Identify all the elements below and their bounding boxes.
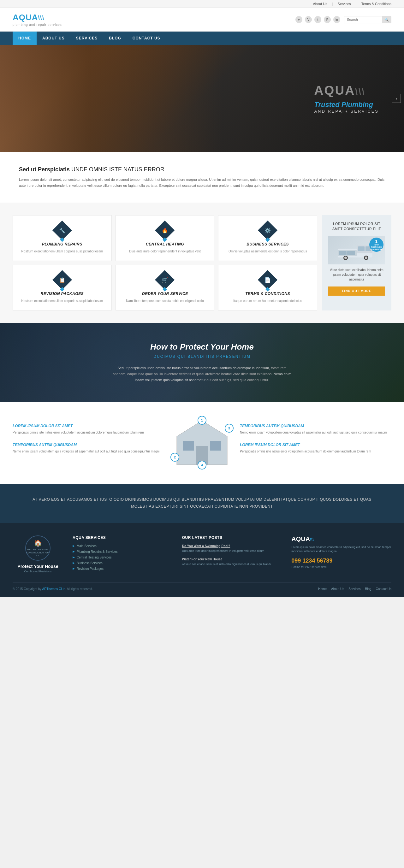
footer-link-business[interactable]: ▶Business Services bbox=[72, 561, 173, 565]
svg-point-7 bbox=[365, 256, 367, 259]
footer-bottom-services[interactable]: Services bbox=[348, 587, 361, 591]
response-badge: 1 HOUR RESPONSE GUARANTEE bbox=[369, 238, 383, 252]
footer-post-1-title[interactable]: Do You Want a Swimming Pool? bbox=[182, 544, 282, 548]
service-title-terms: Terms & Conditions bbox=[223, 291, 312, 296]
hero-title: Trusted Plumbing bbox=[314, 101, 379, 109]
social-vine-icon[interactable]: V bbox=[305, 16, 312, 23]
hero-logo: AQUA\\\ bbox=[314, 83, 379, 97]
top-bar: About Us | Services | Terms & Conditions bbox=[0, 0, 404, 8]
nav-about[interactable]: ABOUT US bbox=[37, 32, 70, 45]
footer-top: 🏠 ISO CERTIFICATION CONSTRUCTION FOR YOU… bbox=[12, 535, 392, 573]
service-card-terms[interactable]: 📄 Terms & Conditions Itaque earum rerum … bbox=[218, 265, 317, 310]
howto-house-diagram: 1 2 3 4 bbox=[170, 417, 234, 468]
header: AQUA\\\ plumbing and repair services v V… bbox=[0, 8, 404, 32]
footer-bottom: © 2015 Copyright by ARThemes Club. All r… bbox=[12, 583, 392, 591]
footer-posts-col: Our Latest Posts Do You Want a Swimming … bbox=[182, 535, 282, 573]
howto-section: Lorem ipsum dolor sit amet Perspiciatis … bbox=[0, 402, 404, 484]
find-out-button[interactable]: FIND OUT MORE bbox=[328, 286, 385, 296]
service-icon-heating: 🔥 bbox=[157, 222, 173, 238]
footer-post-2-title[interactable]: Water For Your New House bbox=[182, 558, 282, 561]
footer-services-title: Aqua Services bbox=[72, 535, 173, 540]
topbar-terms[interactable]: Terms & Conditions bbox=[362, 2, 392, 6]
svg-rect-13 bbox=[183, 441, 194, 451]
footer-hotline: Hotline for 24/7 service time bbox=[291, 565, 392, 568]
service-card-order[interactable]: 🛒 Order Your Service Nam libero tempore,… bbox=[116, 265, 215, 310]
hero-subtitle: AND REPAIR SERVICES bbox=[314, 109, 379, 114]
logo-tagline: plumbing and repair services bbox=[12, 23, 62, 27]
topbar-about[interactable]: About Us bbox=[313, 2, 327, 6]
service-desc-order: Nam libero tempore, cum soluta nobis est… bbox=[121, 299, 209, 303]
hero-next-arrow[interactable]: › bbox=[392, 94, 401, 103]
footer-aqua-col: AQUA\\\ Lorem ipsum dolor sit amet, cons… bbox=[291, 535, 392, 573]
howto-right: Temporibus autem quibusdam Nemo enim ips… bbox=[240, 424, 392, 462]
service-card-business[interactable]: ⚙️ Business Services Omnis voluptas assu… bbox=[218, 215, 317, 261]
social-twitter-icon[interactable]: t bbox=[314, 16, 321, 23]
main-nav: HOME ABOUT US SERVICES BLOG CONTACT US bbox=[0, 32, 404, 45]
footer-bottom-about[interactable]: About Us bbox=[331, 587, 344, 591]
service-title-revision: Revision Packages bbox=[18, 291, 106, 296]
svg-rect-9 bbox=[339, 251, 347, 255]
footer-bottom-home[interactable]: Home bbox=[318, 587, 327, 591]
footer-brand-name: Protect Your House bbox=[12, 564, 63, 569]
footer-bottom-blog[interactable]: Blog bbox=[365, 587, 372, 591]
howto-item-3-desc: Nemo enim ipsam voluptatem quia voluptas… bbox=[240, 430, 392, 435]
howto-item-4-title: Lorem ipsum dolor sit amet bbox=[240, 443, 392, 447]
footer-post-1-desc: Duis aute irure dolor in reprehenderit i… bbox=[182, 549, 282, 553]
footer-phone: 099 1234 56789 bbox=[291, 558, 392, 564]
footer-link-revision[interactable]: ▶Revision Packages bbox=[72, 567, 173, 570]
house-number-3: 3 bbox=[225, 424, 234, 433]
footer-copyright-link[interactable]: ARThemes Club bbox=[42, 587, 65, 591]
quote-text: AT VERO EOS ET ACCUSAMUS ET IUSTO ODIO D… bbox=[25, 496, 379, 510]
service-card-revision[interactable]: 📋 Revision Packages Nostrum exercitation… bbox=[12, 265, 112, 310]
service-card-plumbing[interactable]: 🔧 Plumbing Repairs Nostrum exercitatione… bbox=[12, 215, 112, 261]
nav-blog[interactable]: BLOG bbox=[103, 32, 127, 45]
footer-link-main[interactable]: ▶Main Services bbox=[72, 544, 173, 548]
search-input[interactable] bbox=[344, 17, 382, 23]
service-card-heating[interactable]: 🔥 Central Heating Duis aute irure dolor … bbox=[116, 215, 215, 261]
topbar-services[interactable]: Services bbox=[338, 2, 351, 6]
social-linkedin-icon[interactable]: in bbox=[333, 16, 340, 23]
howto-item-2: Temporibus autem quibusdam Nemo enim ips… bbox=[12, 443, 164, 454]
howto-left: Lorem ipsum dolor sit amet Perspiciatis … bbox=[12, 424, 164, 462]
protect-title: How to Protect Your Home bbox=[12, 342, 392, 352]
protect-desc: Sed ut perspiciatis unde omnis iste natu… bbox=[111, 365, 293, 383]
quote-section: AT VERO EOS ET ACCUSAMUS ET IUSTO ODIO D… bbox=[0, 484, 404, 523]
header-right: v V t P in 🔍 bbox=[296, 16, 392, 23]
footer-services-col: Aqua Services ▶Main Services ▶Plumbing R… bbox=[72, 535, 173, 573]
logo-area: AQUA\\\ plumbing and repair services bbox=[12, 12, 62, 27]
howto-item-3: Temporibus autem quibusdam Nemo enim ips… bbox=[240, 424, 392, 435]
footer: 🏠 ISO CERTIFICATION CONSTRUCTION FOR YOU… bbox=[0, 523, 404, 597]
footer-bottom-contact[interactable]: Contact Us bbox=[376, 587, 392, 591]
svg-rect-2 bbox=[358, 246, 365, 251]
service-desc-plumbing: Nostrum exercitationem ullam corporis su… bbox=[18, 249, 106, 254]
service-icon-terms: 📄 bbox=[260, 272, 276, 288]
protect-section: How to Protect Your Home DUCIMUS QUI BLA… bbox=[0, 323, 404, 402]
footer-link-plumbing[interactable]: ▶Plumbing Repairs & Services bbox=[72, 550, 173, 553]
services-grid: 🔧 Plumbing Repairs Nostrum exercitatione… bbox=[12, 215, 317, 310]
nav-home[interactable]: HOME bbox=[12, 32, 37, 45]
howto-item-4: Lorem ipsum dolor sit amet Perspiciatis … bbox=[240, 443, 392, 454]
footer-link-heating[interactable]: ▶Central Heating Services bbox=[72, 556, 173, 559]
service-icon-order: 🛒 bbox=[157, 272, 173, 288]
search-button[interactable]: 🔍 bbox=[382, 17, 391, 23]
intro-section: Sed ut Perspiciatis UNDE OMNIS ISTE NATU… bbox=[0, 152, 404, 203]
footer-house-icon: 🏠 bbox=[34, 539, 42, 547]
sidebar-desc: Vitae dicta sunt explicabo. Nemo enim ip… bbox=[328, 268, 385, 282]
van-image: 1 HOUR RESPONSE GUARANTEE bbox=[328, 236, 385, 265]
service-desc-terms: Itaque earum rerum hic tenetur sapiente … bbox=[223, 299, 312, 303]
howto-item-3-title: Temporibus autem quibusdam bbox=[240, 424, 392, 428]
footer-aqua-logo: AQUA\\\ bbox=[291, 535, 392, 543]
house-number-1: 1 bbox=[197, 416, 207, 425]
howto-item-1-desc: Perspiciatis omnis iste natus error volu… bbox=[12, 430, 164, 435]
nav-contact[interactable]: CONTACT US bbox=[127, 32, 166, 45]
service-icon-revision: 📋 bbox=[54, 272, 70, 288]
footer-post-2: Water For Your New House At vero eos et … bbox=[182, 558, 282, 567]
social-pinterest-icon[interactable]: P bbox=[324, 16, 331, 23]
service-title-order: Order Your Service bbox=[121, 291, 209, 296]
howto-item-2-title: Temporibus autem quibusdam bbox=[12, 443, 164, 447]
footer-bottom-links: Home About Us Services Blog Contact Us bbox=[318, 587, 392, 591]
nav-services[interactable]: SERVICES bbox=[70, 32, 103, 45]
social-vimeo-icon[interactable]: v bbox=[296, 16, 302, 23]
footer-logo-col: 🏠 ISO CERTIFICATION CONSTRUCTION FOR YOU… bbox=[12, 535, 63, 573]
service-title-heating: Central Heating bbox=[121, 242, 209, 246]
